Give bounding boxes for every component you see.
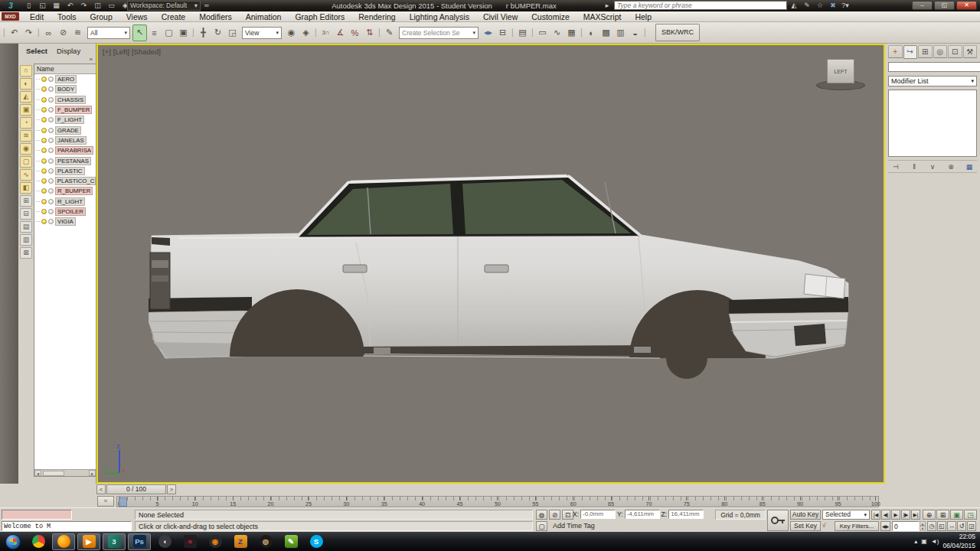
toolbar-overflow-icon[interactable]: ≂: [204, 2, 210, 9]
render-production-icon[interactable]: ◒: [628, 24, 642, 41]
render-toggle-icon[interactable]: [48, 168, 54, 174]
time-tag-cube-icon[interactable]: ▢: [536, 521, 547, 531]
tab-motion[interactable]: ◎: [933, 45, 948, 58]
layer-row[interactable]: SPOILER: [34, 207, 96, 217]
minimize-button[interactable]: –: [912, 1, 933, 10]
visibility-bulb-icon[interactable]: [41, 97, 47, 103]
ribbon-toggle-icon[interactable]: ▭: [535, 24, 550, 41]
render-toggle-icon[interactable]: [48, 107, 54, 112]
visibility-bulb-icon[interactable]: [41, 158, 47, 164]
frame-spinner[interactable]: ▲▼: [920, 521, 926, 531]
tab-display[interactable]: Display: [54, 46, 83, 56]
render-toggle-icon[interactable]: [48, 117, 54, 122]
track-bar[interactable]: 0510152025303540455055606570758085909510…: [116, 496, 879, 507]
firefox-icon[interactable]: [52, 533, 75, 550]
display-xrefs-icon[interactable]: ⊞: [20, 195, 32, 207]
render-toggle-icon[interactable]: [48, 128, 54, 133]
scroll-thumb[interactable]: [43, 471, 64, 476]
communication-center-icon[interactable]: ✖: [828, 1, 838, 10]
visibility-bulb-icon[interactable]: [41, 199, 47, 204]
scroll-right-icon[interactable]: ▸: [89, 470, 96, 476]
play-icon[interactable]: ▶: [891, 510, 900, 520]
menu-item[interactable]: Tools: [51, 11, 83, 22]
layer-row[interactable]: F_BUMPER: [34, 105, 96, 115]
window-crossing-icon[interactable]: ▣: [176, 24, 191, 41]
gom-player-icon[interactable]: ◖: [153, 533, 176, 550]
new-scene-icon[interactable]: ▯: [23, 1, 34, 11]
display-all-icon[interactable]: ○: [20, 65, 32, 77]
viewport-label[interactable]: [Left]: [113, 47, 129, 56]
orbit-icon[interactable]: ↺: [957, 521, 966, 531]
time-slider-next-button[interactable]: >: [167, 484, 176, 494]
align-icon[interactable]: ⊟: [495, 24, 510, 41]
view-cube-face[interactable]: LEFT: [827, 59, 854, 83]
layer-row[interactable]: PLASTICO_C: [34, 176, 96, 186]
menu-item[interactable]: Create: [155, 11, 193, 22]
layer-row[interactable]: AERO: [34, 74, 96, 84]
show-hidden-icons-icon[interactable]: ▴: [914, 538, 917, 545]
viewport-label[interactable]: [+]: [103, 47, 111, 56]
visibility-bulb-icon[interactable]: [41, 178, 47, 184]
snaps-toggle-icon[interactable]: 3∩: [318, 24, 333, 41]
red-swoosh-app-icon[interactable]: ≈: [178, 533, 201, 550]
tab-select[interactable]: Select: [23, 46, 51, 56]
render-setup-icon[interactable]: ▩: [599, 24, 613, 41]
menu-item[interactable]: Lighting Analysis: [403, 11, 476, 22]
3ds-max-icon[interactable]: 3: [103, 533, 126, 550]
schematic-view-icon[interactable]: ▦: [564, 24, 579, 41]
layer-row[interactable]: VIGIA: [34, 217, 96, 227]
render-toggle-icon[interactable]: [48, 148, 54, 153]
mirror-icon[interactable]: ◀▶: [481, 24, 495, 41]
layer-row[interactable]: R_LIGHT: [34, 197, 96, 207]
visibility-bulb-icon[interactable]: [41, 219, 47, 224]
headlight[interactable]: [804, 274, 845, 298]
maxscript-mini-listener-pink[interactable]: [2, 510, 72, 520]
visibility-bulb-icon[interactable]: [41, 209, 47, 214]
display-bones-icon[interactable]: ⊟: [20, 208, 32, 220]
menu-item[interactable]: Views: [119, 11, 155, 22]
modifier-list-dropdown[interactable]: Modifier List ▾: [888, 76, 977, 86]
current-frame-field[interactable]: [892, 521, 920, 531]
search-history-icon[interactable]: ▸: [602, 1, 612, 10]
select-object-icon[interactable]: ↖: [132, 24, 147, 41]
percent-snap-icon[interactable]: %: [348, 24, 362, 41]
maximize-viewport-icon[interactable]: ◲: [967, 521, 976, 531]
material-editor-icon[interactable]: ◐: [584, 24, 599, 41]
spinner-snap-icon[interactable]: ⇅: [362, 24, 377, 41]
chrome-icon[interactable]: [27, 533, 50, 550]
visibility-bulb-icon[interactable]: [41, 107, 47, 112]
undo-icon[interactable]: ↶: [7, 24, 21, 41]
display-containers-icon[interactable]: ▤: [20, 221, 32, 233]
configure-modifier-sets-icon[interactable]: ▦: [963, 163, 975, 171]
render-toggle-icon[interactable]: [48, 209, 54, 214]
auto-key-button[interactable]: Auto Key: [790, 510, 821, 520]
angle-snap-icon[interactable]: ∡: [333, 24, 348, 41]
rectangular-selection-icon[interactable]: ▢: [162, 24, 176, 41]
display-lights-icon[interactable]: ◔: [20, 117, 32, 129]
door-handle[interactable]: [343, 265, 367, 272]
name-column-header[interactable]: Name: [34, 64, 96, 74]
search-icon[interactable]: ◭: [789, 1, 799, 10]
object-name-field[interactable]: [888, 62, 980, 72]
layer-row[interactable]: BODY: [34, 84, 96, 94]
visibility-bulb-icon[interactable]: [41, 77, 47, 82]
visibility-bulb-icon[interactable]: [41, 148, 47, 153]
display-shapes-icon[interactable]: ◭: [20, 91, 32, 103]
layer-row[interactable]: JANELAS: [34, 135, 96, 145]
mini-curve-editor-button[interactable]: ≈: [97, 496, 114, 507]
time-slider[interactable]: 0 / 100: [106, 484, 166, 494]
bind-to-space-warp-icon[interactable]: ≋: [70, 24, 85, 41]
scroll-left-icon[interactable]: ◂: [34, 470, 41, 476]
render-toggle-icon[interactable]: [48, 158, 54, 164]
display-spacewarps-icon[interactable]: ∿: [20, 169, 32, 181]
render-toggle-icon[interactable]: [48, 86, 54, 92]
y-coordinate-field[interactable]: -4,611mm: [625, 510, 660, 519]
named-selection-sets-icon[interactable]: ✎: [382, 24, 397, 41]
time-slider-prev-button[interactable]: <: [96, 484, 106, 494]
current-frame-marker[interactable]: [119, 497, 127, 507]
front-bumper[interactable]: [729, 312, 848, 357]
visibility-bulb-icon[interactable]: [41, 117, 47, 122]
modifier-stack[interactable]: [888, 90, 977, 157]
viewport[interactable]: [+][Left][Shaded] LEFT Z Y x: [96, 44, 885, 484]
visibility-bulb-icon[interactable]: [41, 168, 47, 174]
